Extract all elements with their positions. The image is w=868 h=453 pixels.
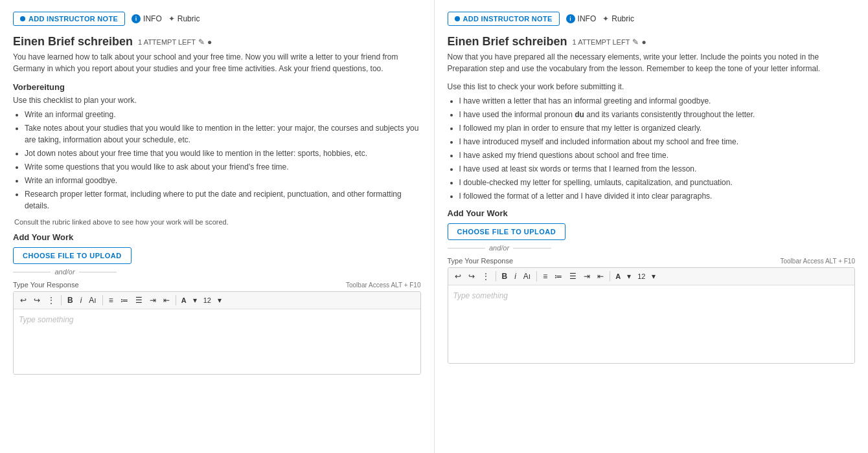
- right-clear-format-button[interactable]: Aı: [521, 271, 533, 282]
- right-info-link[interactable]: i INFO: [566, 14, 597, 23]
- right-toolbar-row: ADD INSTRUCTOR NOTE i INFO ✦ Rubric: [448, 12, 856, 26]
- left-ordered-list-button[interactable]: ≔: [118, 294, 131, 306]
- left-type-label-row: Type Your Response Toolbar Access ALT + …: [13, 281, 421, 289]
- left-size-arrow-button[interactable]: ▾: [215, 294, 224, 306]
- left-add-note-label: ADD INSTRUCTOR NOTE: [29, 15, 118, 23]
- right-editor-body[interactable]: Type something: [448, 285, 855, 363]
- list-item: I have introduced myself and included in…: [459, 136, 856, 148]
- left-sep-2: [102, 295, 103, 305]
- right-undo-button[interactable]: ↩: [452, 271, 464, 282]
- left-description: You have learned how to talk about your …: [13, 51, 421, 74]
- main-container: ADD INSTRUCTOR NOTE i INFO ✦ Rubric Eine…: [0, 0, 868, 453]
- right-section-title: Einen Brief schreiben 1 ATTEMPT LEFT ✎ ●: [448, 35, 856, 49]
- list-item: I double-checked my letter for spelling,…: [459, 177, 856, 188]
- left-add-note-button[interactable]: ADD INSTRUCTOR NOTE: [13, 12, 125, 26]
- right-pencil-icon: ✎: [632, 38, 639, 47]
- left-unordered-list-button[interactable]: ☰: [133, 294, 145, 306]
- right-type-label-row: Type Your Response Toolbar Access ALT + …: [448, 257, 856, 265]
- left-info-link[interactable]: i INFO: [131, 14, 162, 23]
- left-pencil-icon: ✎: [198, 38, 205, 47]
- right-upload-button[interactable]: CHOOSE FILE TO UPLOAD: [448, 223, 566, 240]
- list-item: I have written a letter that has an info…: [459, 95, 856, 107]
- right-checklist: I have written a letter that has an info…: [448, 95, 856, 202]
- right-outdent-button[interactable]: ⇤: [595, 271, 606, 282]
- left-title-text: Einen Brief schreiben: [13, 35, 133, 49]
- right-andor-text: and/or: [489, 244, 509, 252]
- right-editor-placeholder: Type something: [453, 291, 508, 300]
- left-align-button[interactable]: ≡: [106, 294, 116, 306]
- right-sep-1: [496, 271, 496, 282]
- right-info-label: INFO: [578, 14, 597, 23]
- left-section-title: Einen Brief schreiben 1 ATTEMPT LEFT ✎ ●: [13, 35, 421, 49]
- right-dot-icon: [455, 16, 460, 21]
- left-toolbar-access: Toolbar Access ALT + F10: [346, 282, 421, 289]
- right-lock-icon: ●: [641, 38, 646, 47]
- right-more-button[interactable]: ⋮: [479, 271, 492, 282]
- right-size-arrow-button[interactable]: ▾: [649, 271, 658, 282]
- right-description: Now that you have prepared all the neces…: [448, 51, 856, 74]
- left-panel: ADD INSTRUCTOR NOTE i INFO ✦ Rubric Eine…: [0, 0, 435, 453]
- right-attempt-text: 1 ATTEMPT LEFT: [573, 38, 630, 46]
- right-editor-wrapper: ↩ ↪ ⋮ B i Aı ≡ ≔ ☰ ⇥ ⇤ A ▾ 12 ▾ Type so: [448, 267, 856, 364]
- right-rubric-label: Rubric: [611, 14, 634, 23]
- left-redo-button[interactable]: ↪: [31, 294, 43, 306]
- left-more-button[interactable]: ⋮: [45, 294, 58, 306]
- list-item: I have used at least six words or terms …: [459, 163, 856, 175]
- left-info-icon: i: [131, 14, 141, 23]
- left-italic-button[interactable]: i: [78, 294, 85, 306]
- list-item: Write an informal goodbye.: [25, 175, 421, 186]
- left-outdent-button[interactable]: ⇤: [161, 294, 172, 306]
- left-add-your-work-label: Add Your Work: [13, 232, 421, 242]
- right-color-arrow-button[interactable]: ▾: [624, 271, 634, 282]
- list-item: Research proper letter format, including…: [25, 188, 421, 212]
- list-item: Jot down notes about your free time that…: [25, 148, 421, 159]
- left-checklist: Write an informal greeting. Take notes a…: [13, 109, 421, 212]
- left-rubric-icon: ✦: [168, 14, 175, 23]
- right-panel: ADD INSTRUCTOR NOTE i INFO ✦ Rubric Eine…: [435, 0, 869, 453]
- right-add-note-label: ADD INSTRUCTOR NOTE: [463, 15, 553, 23]
- right-font-size: 12: [635, 271, 647, 282]
- left-andor-text: and/or: [54, 268, 74, 276]
- right-redo-button[interactable]: ↪: [466, 271, 477, 282]
- right-align-button[interactable]: ≡: [540, 271, 550, 282]
- right-bold-button[interactable]: B: [499, 271, 510, 282]
- left-editor-placeholder: Type something: [19, 315, 74, 324]
- left-editor-wrapper: ↩ ↪ ⋮ B i Aı ≡ ≔ ☰ ⇥ ⇤ A ▾ 12 ▾ Type so: [13, 291, 421, 375]
- left-indent-button[interactable]: ⇥: [147, 294, 159, 306]
- right-sep-3: [610, 271, 610, 282]
- right-color-indicator: A: [613, 271, 622, 282]
- left-sep-3: [176, 295, 176, 305]
- right-add-note-button[interactable]: ADD INSTRUCTOR NOTE: [448, 12, 560, 26]
- right-toolbar-access: Toolbar Access ALT + F10: [780, 258, 855, 265]
- right-type-response-label: Type Your Response: [448, 257, 514, 265]
- left-subtitle: Vorbereitung: [13, 82, 421, 92]
- left-toolbar-row: ADD INSTRUCTOR NOTE i INFO ✦ Rubric: [13, 12, 421, 26]
- right-indent-button[interactable]: ⇥: [581, 271, 593, 282]
- list-item: I have used the informal pronoun du and …: [459, 109, 856, 120]
- left-sep-1: [61, 295, 62, 305]
- right-checklist-label: Use this list to check your work before …: [448, 82, 856, 91]
- left-upload-button[interactable]: CHOOSE FILE TO UPLOAD: [13, 247, 131, 264]
- left-attempt-badge: 1 ATTEMPT LEFT ✎ ●: [138, 38, 212, 47]
- left-clear-format-button[interactable]: Aı: [86, 294, 98, 306]
- left-rubric-link[interactable]: ✦ Rubric: [168, 14, 200, 23]
- left-info-label: INFO: [143, 14, 162, 23]
- left-editor-body[interactable]: Type something: [14, 309, 420, 374]
- left-bold-button[interactable]: B: [65, 294, 76, 306]
- left-font-size: 12: [201, 295, 213, 305]
- right-rubric-icon: ✦: [602, 14, 609, 23]
- right-editor-toolbar: ↩ ↪ ⋮ B i Aı ≡ ≔ ☰ ⇥ ⇤ A ▾ 12 ▾: [448, 268, 855, 285]
- right-attempt-badge: 1 ATTEMPT LEFT ✎ ●: [573, 38, 646, 47]
- left-color-arrow-button[interactable]: ▾: [190, 294, 200, 306]
- left-undo-button[interactable]: ↩: [17, 294, 29, 306]
- list-item: Take notes about your studies that you w…: [25, 122, 421, 146]
- left-attempt-text: 1 ATTEMPT LEFT: [138, 38, 196, 46]
- left-rubric-label: Rubric: [177, 14, 200, 23]
- right-andor-divider: and/or: [448, 244, 551, 252]
- right-unordered-list-button[interactable]: ☰: [567, 271, 579, 282]
- list-item: Write some questions that you would like…: [25, 161, 421, 173]
- right-italic-button[interactable]: i: [512, 271, 519, 282]
- right-rubric-link[interactable]: ✦ Rubric: [602, 14, 634, 23]
- left-checklist-label: Use this checklist to plan your work.: [13, 96, 421, 105]
- right-ordered-list-button[interactable]: ≔: [552, 271, 565, 282]
